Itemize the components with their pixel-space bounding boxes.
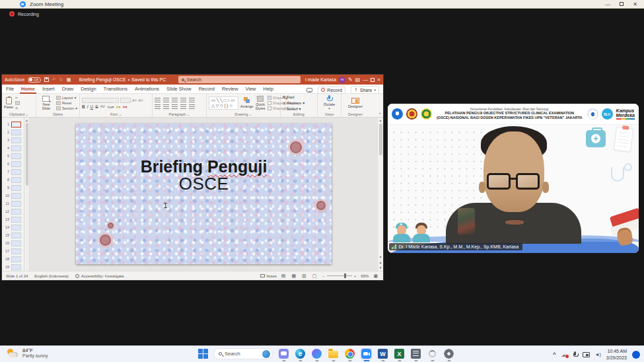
close-button[interactable]: ✕: [633, 1, 637, 7]
thumbnail-scrollbar[interactable]: ▲: [24, 118, 30, 271]
participant-video-tile[interactable]: Kementerian Pendidikan, Kebudayaan, Rise…: [388, 104, 639, 253]
font-color-icon[interactable]: A▾: [123, 104, 127, 109]
columns-icon[interactable]: [189, 104, 195, 109]
cut-button[interactable]: ✂: [15, 96, 20, 100]
slideshow-view-icon[interactable]: ▢: [312, 273, 318, 279]
slide-thumbnail[interactable]: 16: [2, 239, 24, 247]
scroll-up-icon[interactable]: ▲: [379, 118, 382, 122]
align-center-icon[interactable]: [163, 104, 169, 109]
scrollbar-thumb[interactable]: [26, 123, 28, 186]
document-title-area[interactable]: Briefing Penguji OSCE • Saved to this PC…: [79, 77, 170, 82]
editing-pen-icon[interactable]: ✎: [348, 77, 353, 83]
collapse-ribbon-icon[interactable]: ˄: [378, 112, 381, 116]
char-spacing-icon[interactable]: AV: [100, 104, 106, 108]
reset-button[interactable]: Reset: [56, 101, 77, 105]
slide-thumbnail[interactable]: 10: [2, 192, 24, 199]
italic-button[interactable]: I: [87, 104, 89, 109]
weather-widget[interactable]: 84°F Partly sunny: [7, 347, 48, 359]
drawing-group-label[interactable]: Drawing ⌄: [207, 112, 280, 116]
ppt-menu-tab[interactable]: Transitions: [104, 86, 127, 92]
scrollbar-thumb[interactable]: [379, 124, 382, 155]
underline-button[interactable]: U: [90, 104, 94, 109]
slide-thumbnail[interactable]: 3: [2, 136, 24, 144]
align-left-icon[interactable]: [155, 104, 161, 109]
account-name[interactable]: I made Kariasa: [305, 77, 336, 82]
font-name-select[interactable]: [82, 98, 119, 103]
ppt-restore-button[interactable]: [371, 78, 375, 82]
qat-dropdown-icon[interactable]: ▾: [74, 78, 76, 82]
ppt-menu-tab[interactable]: Animations: [135, 86, 159, 92]
save-icon[interactable]: [44, 77, 49, 82]
next-slide-icon[interactable]: ▼: [379, 266, 382, 270]
slide-title-text[interactable]: Briefing Penguji OSCE: [76, 158, 332, 194]
shrink-font-icon[interactable]: A˅: [139, 98, 144, 102]
dictate-button[interactable]: Dictate ▾: [324, 95, 335, 111]
minimize-button[interactable]: —: [605, 1, 610, 7]
line-spacing-icon[interactable]: [189, 98, 195, 102]
decorative-circle[interactable]: [290, 141, 302, 153]
clock-widget[interactable]: 10:45 AM 3/29/2023: [606, 348, 627, 361]
normal-view-icon[interactable]: ▤: [281, 273, 287, 279]
slide-thumbnail[interactable]: 19: [2, 263, 24, 271]
speaker-icon[interactable]: ◄): [595, 352, 601, 357]
ppt-menu-tab[interactable]: Help: [264, 86, 273, 92]
ppt-menu-tab[interactable]: Home: [21, 86, 35, 92]
select-button[interactable]: ▷Select ▾: [283, 106, 315, 111]
avatar[interactable]: IM: [339, 77, 345, 83]
change-case-icon[interactable]: Aa▾: [107, 104, 114, 109]
ppt-menu-tab[interactable]: Review: [222, 86, 238, 92]
ppt-menu-tab[interactable]: Design: [81, 86, 96, 92]
decorative-circle[interactable]: [108, 223, 114, 229]
scroll-up-icon[interactable]: ▲: [25, 118, 28, 122]
tray-microphone-icon[interactable]: [573, 351, 577, 358]
windows-start-button[interactable]: [198, 349, 208, 359]
format-painter-button[interactable]: ✎: [15, 106, 20, 110]
shapes-gallery[interactable]: ▭╲╲□○▭ △▽◇{}☆: [209, 96, 238, 110]
shadow-button[interactable]: S: [95, 104, 98, 109]
slide-thumbnail[interactable]: 1: [2, 120, 24, 128]
slide-thumbnail[interactable]: 2: [2, 128, 24, 136]
copy-button[interactable]: [15, 101, 20, 105]
quick-styles-button[interactable]: Quick Styles: [256, 96, 266, 110]
slide-thumbnail[interactable]: 14: [2, 223, 24, 231]
onedrive-alert-icon[interactable]: ☁: [561, 351, 568, 358]
slideshow-icon[interactable]: ▦: [67, 77, 71, 83]
replace-button[interactable]: ⇆Replace ▾: [283, 100, 315, 105]
decrease-indent-icon[interactable]: [172, 98, 178, 102]
notes-button[interactable]: Notes: [260, 274, 277, 278]
slide-thumbnail[interactable]: 7: [2, 168, 24, 176]
find-button[interactable]: Find: [283, 95, 315, 99]
decorative-circle[interactable]: [100, 235, 111, 246]
reading-view-icon[interactable]: ▥: [302, 273, 308, 279]
ppt-menu-tab[interactable]: File: [6, 86, 14, 92]
fit-to-window-icon[interactable]: ▣: [373, 273, 379, 279]
ppt-menu-tab[interactable]: Record: [199, 86, 215, 92]
tray-expand-icon[interactable]: ^: [553, 351, 556, 357]
section-button[interactable]: Section ▾: [56, 106, 77, 110]
slide-thumbnail[interactable]: 6: [2, 160, 24, 168]
ppt-menu-tab[interactable]: Slide Show: [166, 86, 192, 92]
highlight-color-icon[interactable]: A▾: [116, 104, 120, 109]
paragraph-group-label[interactable]: Paragraph ⌄: [153, 112, 206, 116]
slide-editor[interactable]: Briefing Penguji OSCE: [76, 124, 332, 264]
ppt-close-button[interactable]: ×: [377, 77, 380, 83]
cast-screen-icon[interactable]: [583, 352, 590, 357]
autosave-toggle[interactable]: Off: [28, 77, 41, 83]
arrange-button[interactable]: Arrange: [240, 97, 254, 108]
redo-icon[interactable]: ↻: [59, 77, 63, 83]
zoom-slider[interactable]: −+: [322, 274, 356, 278]
new-slide-button[interactable]: New Slide: [38, 96, 54, 110]
font-group-label[interactable]: Font ⌄: [80, 112, 152, 116]
ppt-menu-tab[interactable]: Insert: [42, 86, 55, 92]
grow-font-icon[interactable]: A˄: [132, 98, 137, 102]
ppt-search-box[interactable]: Search: [178, 76, 301, 83]
ppt-menu-tab[interactable]: Draw: [62, 86, 74, 92]
ribbon-options-icon[interactable]: ▤: [355, 77, 361, 83]
designer-button[interactable]: Designer: [348, 98, 363, 108]
font-size-select[interactable]: [120, 98, 131, 103]
zoom-percentage[interactable]: 95%: [361, 274, 369, 278]
bullets-icon[interactable]: [155, 98, 161, 102]
ppt-minimize-button[interactable]: —: [363, 77, 368, 83]
layout-button[interactable]: Layout ▾: [56, 96, 77, 100]
undo-icon[interactable]: ↶: [52, 77, 56, 83]
